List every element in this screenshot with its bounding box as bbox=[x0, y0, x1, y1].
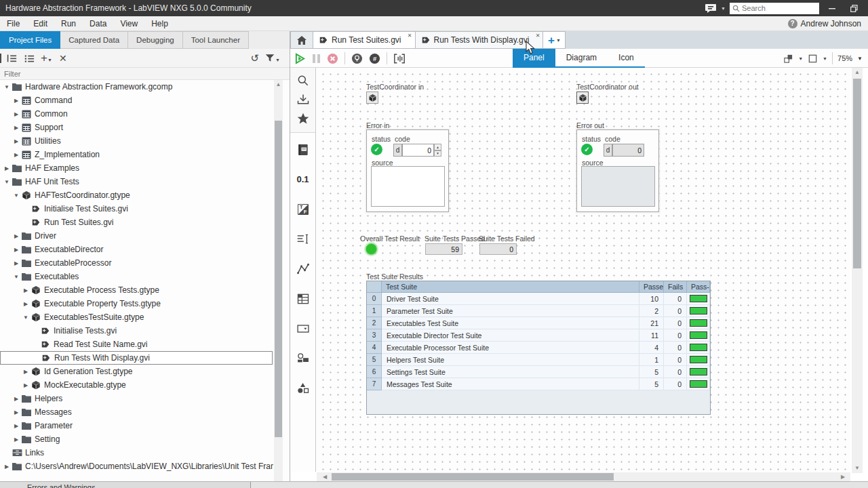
tree-item-messages[interactable]: ▶Messages bbox=[0, 405, 273, 419]
palette-controls-notebook-icon[interactable] bbox=[294, 141, 312, 158]
list-view-icon[interactable] bbox=[23, 50, 35, 66]
chevron-right-icon[interactable]: ▶ bbox=[12, 247, 20, 253]
chevron-right-icon[interactable]: ▶ bbox=[22, 382, 30, 388]
feedback-bubble-icon[interactable] bbox=[705, 3, 717, 14]
tree-item-parameter[interactable]: ▶Parameter bbox=[0, 419, 273, 432]
tree-scroll-up-icon[interactable]: ▲ bbox=[274, 80, 283, 88]
filter-funnel-icon[interactable] bbox=[264, 50, 275, 66]
chevron-right-icon[interactable]: ▶ bbox=[12, 98, 20, 104]
chevron-right-icon[interactable]: ▶ bbox=[12, 233, 20, 239]
chevron-right-icon[interactable]: ▶ bbox=[12, 423, 20, 429]
tree-item-initialise-tests-gvi[interactable]: Initialise Tests.gvi bbox=[0, 324, 273, 338]
tree-item-executable-property-tests-gtype[interactable]: ▶Executable Property Tests.gtype bbox=[0, 297, 273, 310]
pause-button[interactable] bbox=[312, 54, 321, 64]
chevron-down-icon[interactable]: ▼ bbox=[22, 314, 30, 321]
palette-text-controls-icon[interactable] bbox=[294, 230, 312, 247]
chevron-right-icon[interactable]: ▶ bbox=[22, 287, 30, 293]
chevron-right-icon[interactable]: ▶ bbox=[12, 152, 20, 158]
tree-item-haftestcoordinator-gtype[interactable]: ▼HAFTestCoordinator.gtype bbox=[0, 188, 273, 202]
palette-import-icon[interactable] bbox=[294, 91, 312, 108]
tree-item-common[interactable]: ▶Common bbox=[0, 107, 273, 121]
results-row-helpers-test-suite[interactable]: 5Helpers Test Suite10 bbox=[367, 354, 710, 366]
chevron-right-icon[interactable]: ▶ bbox=[3, 165, 11, 171]
tree-scrollbar[interactable]: ▲ ▼ bbox=[274, 80, 283, 488]
tc-out-indicator[interactable] bbox=[576, 92, 589, 104]
tree-item-executables[interactable]: ▼Executables bbox=[0, 270, 273, 283]
canvas-scroll-up-icon[interactable]: ▲ bbox=[852, 68, 863, 76]
doc-tab-run-tests-with-display[interactable]: Run Tests With Display.gvi ✕ bbox=[416, 31, 544, 49]
tab-diagram[interactable]: Diagram bbox=[555, 49, 608, 66]
tree-item-haf-examples[interactable]: ▶HAF Examples bbox=[0, 161, 273, 175]
tree-item-initialise-test-suites-gvi[interactable]: Initialise Test Suites.gvi bbox=[0, 202, 273, 216]
tree-item-utilities[interactable]: ▶Utilities bbox=[0, 134, 273, 148]
tree-item-c-users-andrew-documents-labview-n[interactable]: ▶C:\Users\Andrew\Documents\LabVIEW_NXG\L… bbox=[0, 460, 273, 473]
palette-dropdown-icon[interactable] bbox=[294, 320, 312, 337]
tree-item-haf-unit-tests[interactable]: ▼HAF Unit Tests bbox=[0, 175, 273, 188]
chevron-right-icon[interactable]: ▶ bbox=[12, 436, 20, 443]
collapse-all-icon[interactable] bbox=[5, 50, 18, 66]
tab-tool-launcher[interactable]: Tool Launcher bbox=[183, 31, 249, 49]
tree-item-z-implementation[interactable]: ▶Z_Implementation bbox=[0, 148, 273, 161]
menu-data[interactable]: Data bbox=[83, 16, 113, 30]
chevron-down-icon[interactable]: ▼ bbox=[3, 179, 11, 185]
tree-item-support[interactable]: ▶Support bbox=[0, 121, 273, 134]
filter-caret[interactable]: ▼ bbox=[275, 52, 280, 68]
arrange-caret[interactable]: ▼ bbox=[798, 56, 803, 61]
code-radix[interactable]: d bbox=[393, 144, 402, 157]
code-input[interactable] bbox=[402, 144, 434, 157]
tree-item-links[interactable]: Links bbox=[0, 446, 273, 460]
tree-item-executablestestsuite-gtype[interactable]: ▼ExecutablesTestSuite.gtype bbox=[0, 310, 273, 324]
results-row-executable-processor-test-suite[interactable]: 4Executable Processor Test Suite40 bbox=[367, 342, 710, 354]
add-item-caret[interactable]: ▼ bbox=[47, 52, 52, 68]
palette-array-table-icon[interactable] bbox=[294, 290, 312, 307]
tree-item-command[interactable]: ▶Command bbox=[0, 94, 273, 107]
palette-numeric-icon[interactable]: 0.1 bbox=[294, 171, 312, 188]
panel-canvas[interactable]: TestCoordinator in TestCoordinator out E… bbox=[317, 68, 850, 472]
chevron-right-icon[interactable]: ▶ bbox=[12, 125, 20, 131]
chevron-right-icon[interactable]: ▶ bbox=[12, 396, 20, 402]
new-tab-caret[interactable]: ▼ bbox=[556, 38, 561, 43]
tree-item-setting[interactable]: ▶Setting bbox=[0, 432, 273, 446]
tree-item-id-generation-test-gtype[interactable]: ▶Id Generation Test.gtype bbox=[0, 365, 273, 378]
arrange-icon[interactable] bbox=[783, 54, 793, 64]
run-button[interactable] bbox=[294, 53, 306, 64]
tab-icon[interactable]: Icon bbox=[608, 49, 645, 66]
abort-button[interactable] bbox=[327, 53, 338, 64]
tree-item-run-test-suites-gvi[interactable]: Run Test Suites.gvi bbox=[0, 216, 273, 229]
chevron-right-icon[interactable]: ▶ bbox=[22, 301, 30, 307]
tab-debugging[interactable]: Debugging bbox=[128, 31, 183, 49]
restore-button[interactable] bbox=[845, 2, 863, 14]
zoom-caret[interactable]: ▼ bbox=[857, 56, 863, 62]
tree-item-driver[interactable]: ▶Driver bbox=[0, 229, 273, 243]
spin-up-icon[interactable]: ▲ bbox=[434, 144, 441, 150]
results-row-driver-test-suite[interactable]: 0Driver Test Suite100 bbox=[367, 293, 710, 305]
code-spinner[interactable]: ▲ ▼ bbox=[434, 144, 441, 157]
results-row-parameter-test-suite[interactable]: 1Parameter Test Suite20 bbox=[367, 305, 710, 317]
canvas-scroll-right-icon[interactable]: ▶ bbox=[839, 472, 847, 481]
bounds-icon[interactable] bbox=[808, 54, 818, 64]
feedback-dropdown-caret[interactable]: ▼ bbox=[721, 6, 726, 11]
close-tab-icon[interactable]: ✕ bbox=[408, 33, 412, 39]
search-input[interactable] bbox=[742, 4, 810, 12]
user-help-icon[interactable]: ? bbox=[788, 19, 797, 28]
add-item-button[interactable]: + bbox=[41, 50, 47, 66]
chevron-right-icon[interactable]: ▶ bbox=[12, 409, 20, 415]
palette-shapes-icon[interactable] bbox=[294, 380, 312, 396]
doc-tab-run-test-suites[interactable]: Run Test Suites.gvi ✕ bbox=[313, 31, 416, 49]
tree-filter-input[interactable] bbox=[0, 70, 258, 78]
palette-boolean-icon[interactable]: TF bbox=[294, 201, 312, 218]
minimize-button[interactable] bbox=[823, 2, 841, 14]
results-row-executables-test-suite[interactable]: 2Executables Test Suite210 bbox=[367, 317, 710, 329]
palette-graph-icon[interactable] bbox=[294, 260, 312, 277]
zoom-level[interactable]: 75% bbox=[837, 54, 852, 62]
tree-item-executabledirector[interactable]: ▶ExecutableDirector bbox=[0, 243, 273, 256]
tab-project-files[interactable]: Project Files bbox=[0, 31, 60, 49]
chevron-right-icon[interactable]: ▶ bbox=[12, 138, 20, 144]
source-textbox[interactable] bbox=[371, 166, 445, 207]
canvas-hscroll-thumb[interactable] bbox=[332, 473, 614, 481]
tree-item-read-test-suite-name-gvi[interactable]: Read Test Suite Name.gvi bbox=[0, 338, 273, 351]
canvas-vscroll-thumb[interactable] bbox=[853, 79, 861, 268]
palette-search-icon[interactable] bbox=[294, 72, 312, 89]
preview-scan-icon[interactable] bbox=[393, 53, 406, 64]
tree-item-executableprocessor[interactable]: ▶ExecutableProcessor bbox=[0, 256, 273, 270]
